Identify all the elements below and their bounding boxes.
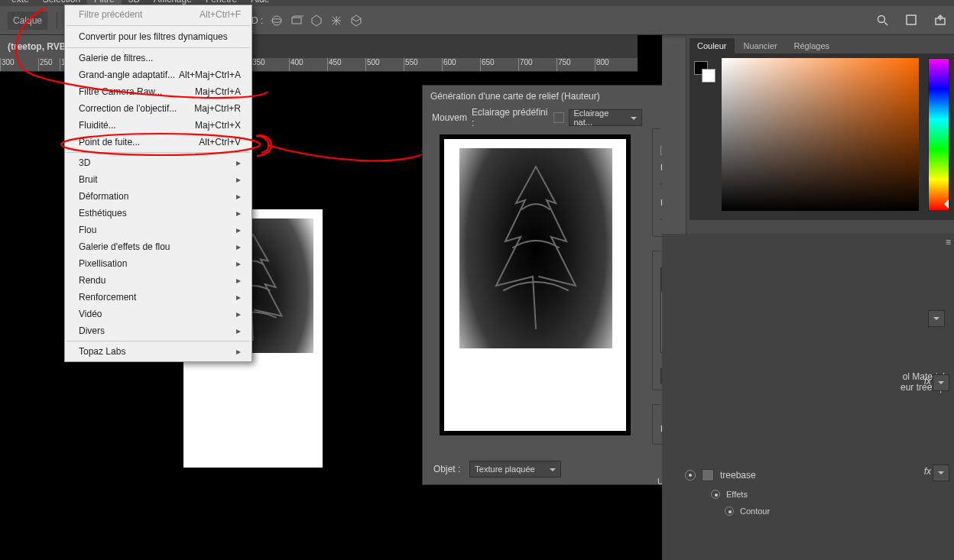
menu-item-vanishing[interactable]: Point de fuite...Alt+Ctrl+V [65, 134, 251, 151]
visibility-toggle-icon[interactable] [725, 507, 734, 516]
dock-tool-column [662, 38, 686, 252]
color-panel [690, 53, 954, 220]
menu-item-lens[interactable]: Correction de l'objectif...Maj+Ctrl+R [65, 100, 251, 117]
frame-icon[interactable] [904, 12, 919, 28]
right-dock: « Couleur Nuancier Réglages ≡ ol Materia… [662, 35, 954, 560]
color-field[interactable] [722, 58, 919, 211]
visibility-toggle-icon[interactable] [685, 470, 696, 481]
svg-point-6 [878, 16, 885, 23]
menu-item-render[interactable]: Rendu▸ [65, 272, 251, 289]
menu-item-wideangle[interactable]: Grand-angle adaptatif...Alt+Maj+Ctrl+A [65, 66, 251, 83]
object-label: Objet : [433, 464, 460, 474]
visibility-toggle-icon[interactable] [711, 490, 720, 499]
mouvement-label: Mouvem [432, 112, 467, 123]
menu-item-3d[interactable]: 3D▸ [65, 154, 251, 171]
fg-bg-swatch[interactable] [694, 61, 716, 83]
hue-slider[interactable] [928, 58, 949, 211]
share-icon[interactable] [933, 12, 948, 28]
3d-mode-icon[interactable] [287, 11, 306, 30]
svg-rect-5 [292, 18, 301, 24]
layer-thumb [702, 469, 714, 481]
menu-item-gallery[interactable]: Galerie de filtres... [65, 50, 251, 66]
panel-menu-icon[interactable]: ≡ [946, 237, 951, 248]
fx-dropdown[interactable] [933, 465, 949, 481]
tab-nuancier[interactable]: Nuancier [736, 38, 785, 53]
lighting-preview-icon [553, 112, 563, 123]
hint-treetop: eur treetop [685, 382, 945, 393]
menu-item-cameraraw[interactable]: Filtre Camera Raw...Maj+Ctrl+A [65, 83, 251, 100]
menu-item-sharpen[interactable]: Renforcement▸ [65, 289, 251, 306]
menu-item-convert[interactable]: Convertir pour les filtres dynamiques [65, 28, 251, 46]
3d-mode-icon[interactable] [268, 11, 286, 30]
menu-item-other[interactable]: Divers▸ [65, 322, 251, 339]
filter-menu: Filtre précédentAlt+Ctrl+F Convertir pou… [64, 5, 252, 362]
menu-item-noise[interactable]: Bruit▸ [65, 171, 251, 188]
search-icon[interactable] [874, 12, 890, 28]
3d-mode-icon[interactable] [307, 11, 326, 30]
layer-effects-row[interactable]: Effets [685, 486, 949, 503]
fx-badge[interactable]: fx [924, 466, 931, 477]
menu-item-blurgallery[interactable]: Galerie d'effets de flou▸ [65, 238, 251, 255]
lighting-preset-label: Eclairage prédéfini : [472, 107, 549, 128]
layer-item-treebase[interactable]: treebase [685, 465, 949, 486]
layers-panel: ≡ ol Material eur treetop fx treebase Ef… [662, 234, 954, 560]
3d-mode-icon[interactable] [347, 11, 365, 30]
menu-item-pixelate[interactable]: Pixellisation▸ [65, 255, 251, 272]
fx-dropdown[interactable] [933, 374, 949, 391]
tab-reglages[interactable]: Réglages [787, 38, 837, 53]
3d-mode-icon[interactable] [327, 11, 346, 30]
svg-point-4 [272, 18, 281, 22]
lighting-preset-select[interactable]: Eclairage nat... [569, 109, 643, 126]
relief-preview [440, 134, 631, 435]
layer-contour-row[interactable]: Contour [685, 503, 949, 520]
menu-item-blur[interactable]: Flou▸ [65, 222, 251, 238]
svg-rect-7 [907, 15, 916, 24]
chevron-right-icon: ▸ [236, 157, 241, 168]
object-select[interactable]: Texture plaquée [469, 461, 561, 477]
menu-item-stylize[interactable]: Esthétiques▸ [65, 205, 251, 222]
material-dropdown[interactable] [928, 310, 945, 327]
menu-item-last-filter: Filtre précédentAlt+Ctrl+F [65, 5, 251, 24]
menu-item-liquify[interactable]: Fluidité...Maj+Ctrl+X [65, 117, 251, 134]
tab-couleur[interactable]: Couleur [690, 38, 735, 53]
menu-item-distort[interactable]: Déformation▸ [65, 188, 251, 205]
fx-badge[interactable]: fx [924, 376, 931, 387]
menu-item-topaz[interactable]: Topaz Labs▸ [65, 343, 251, 361]
hint-material: ol Material [685, 371, 945, 382]
layer-name: treebase [720, 470, 756, 481]
svg-point-3 [272, 16, 281, 25]
layer-label-button[interactable]: Calque [8, 11, 47, 30]
menubar-item-overflow[interactable]: exte [5, 0, 36, 6]
menu-item-video[interactable]: Vidéo▸ [65, 306, 251, 322]
